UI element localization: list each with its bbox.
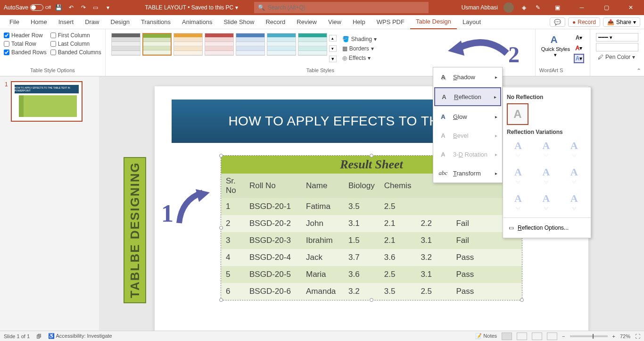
table-row[interactable]: 2BSGD-20-2John3.12.12.2Fail <box>221 215 522 232</box>
share-button[interactable]: 📤 Share ▾ <box>603 17 640 27</box>
table-cell[interactable]: Pass <box>451 249 487 266</box>
borders-button[interactable]: ▦ Borders ▾ <box>340 44 379 53</box>
refl-var-1[interactable]: AA <box>507 138 529 161</box>
reflection-options-button[interactable]: ▭ Reflection Options... <box>507 222 587 234</box>
text-effects-button[interactable]: A▾ <box>574 54 584 63</box>
tab-record[interactable]: Record <box>260 15 291 29</box>
pen-color-button[interactable]: 🖊 Pen Color ▾ <box>596 53 638 61</box>
close-icon[interactable]: ✕ <box>621 0 640 15</box>
table-cell[interactable]: 3.6 <box>380 249 416 266</box>
slide-thumbnail-1[interactable]: HOW TO APPLY EFFECTS TO THE TABLE TEXT I… <box>11 81 83 122</box>
minimize-icon[interactable]: ─ <box>572 0 591 15</box>
table-cell[interactable]: 1.5 <box>344 232 380 249</box>
table-cell[interactable] <box>451 198 487 215</box>
table-cell[interactable]: Amanda <box>301 283 344 300</box>
menu-glow[interactable]: A Glow▸ <box>433 107 502 126</box>
table-cell[interactable]: BSGD-20-4 <box>245 249 301 266</box>
no-reflection-option[interactable]: A <box>507 103 528 125</box>
search-input[interactable] <box>268 4 425 11</box>
table-cell[interactable]: 4 <box>221 249 245 266</box>
table-cell[interactable]: Fail <box>451 215 487 232</box>
style-thumb-1[interactable] <box>111 33 140 56</box>
table-cell[interactable]: Pass <box>451 266 487 283</box>
table-cell[interactable]: 2.1 <box>380 232 416 249</box>
slideshow-icon[interactable]: ▭ <box>91 3 100 12</box>
pen-style-select[interactable]: ━━━ ▾ <box>596 33 638 42</box>
user-name[interactable]: Usman Abbasi <box>462 4 498 11</box>
menu-reflection[interactable]: A Reflection▸ <box>434 87 501 106</box>
table-row[interactable]: 3BSGD-20-3Ibrahim1.52.13.1Fail <box>221 232 522 249</box>
style-thumb-3[interactable] <box>173 33 203 56</box>
table-cell[interactable]: 3.1 <box>416 232 451 249</box>
tab-draw[interactable]: Draw <box>79 15 105 29</box>
effects-button[interactable]: ◎ Effects ▾ <box>340 54 379 62</box>
maximize-icon[interactable]: ▢ <box>597 0 616 15</box>
table-cell[interactable]: 3.1 <box>416 266 451 283</box>
notes-button[interactable]: 📝 Notes <box>475 333 497 339</box>
table-cell[interactable]: Fatima <box>301 198 344 215</box>
table-cell[interactable]: 3.7 <box>344 249 380 266</box>
menu-shadow[interactable]: A Shadow▸ <box>433 67 502 86</box>
quick-styles-button[interactable]: A Quick Styles▾ <box>539 31 572 65</box>
table-cell[interactable] <box>487 266 522 283</box>
cb-first-column[interactable]: First Column <box>50 32 101 39</box>
style-gallery-open[interactable]: ▼ <box>329 56 337 62</box>
table-cell[interactable]: 2.5 <box>416 283 451 300</box>
table-cell[interactable]: 3 <box>221 232 245 249</box>
table-cell[interactable]: 2.2 <box>416 215 451 232</box>
text-fill-button[interactable]: A▾ <box>574 33 584 42</box>
style-thumb-5[interactable] <box>236 33 265 56</box>
table-cell[interactable]: BSGD-20-5 <box>245 266 301 283</box>
autosave-toggle[interactable]: AutoSave Off <box>4 4 51 11</box>
accessibility-status[interactable]: ♿ Accessibility: Investigate <box>48 333 112 339</box>
ribbon-display-icon[interactable]: ▣ <box>548 0 567 15</box>
pen-icon[interactable]: ✎ <box>534 3 542 12</box>
table-cell[interactable]: Fail <box>451 232 487 249</box>
style-scroll-up[interactable]: ▴ <box>329 35 337 42</box>
record-button[interactable]: ● Record <box>568 17 600 27</box>
qat-dropdown-icon[interactable]: ▾ <box>104 3 112 12</box>
tab-insert[interactable]: Insert <box>53 15 80 29</box>
table-cell[interactable]: 3.5 <box>344 198 380 215</box>
view-sorter[interactable] <box>517 333 527 340</box>
zoom-out[interactable]: − <box>562 333 565 339</box>
table-cell[interactable]: 6 <box>221 283 245 300</box>
tab-animations[interactable]: Animations <box>176 15 218 29</box>
cb-banded-rows[interactable]: Banded Rows <box>4 49 47 56</box>
text-outline-button[interactable]: A▾ <box>574 43 584 53</box>
style-thumb-6[interactable] <box>267 33 296 56</box>
table-cell[interactable]: 1 <box>221 198 245 215</box>
refl-var-7[interactable]: AA <box>507 191 529 214</box>
refl-var-8[interactable]: AA <box>535 191 557 214</box>
tab-view[interactable]: View <box>322 15 347 29</box>
lang-icon[interactable]: 🗐 <box>36 333 41 339</box>
table-cell[interactable]: 3.2 <box>344 283 380 300</box>
table-cell[interactable]: Ibrahim <box>301 232 344 249</box>
shading-button[interactable]: 🪣 Shading ▾ <box>340 35 379 43</box>
fit-to-window[interactable]: ⛶ <box>635 333 640 339</box>
table-cell[interactable]: Maria <box>301 266 344 283</box>
view-normal[interactable] <box>502 333 512 340</box>
table-row[interactable]: 5BSGD-20-5Maria3.62.53.1Pass <box>221 266 522 283</box>
slide-counter[interactable]: Slide 1 of 1 <box>4 333 30 339</box>
table-cell[interactable]: 2.5 <box>380 266 416 283</box>
tab-wpspdf[interactable]: WPS PDF <box>371 15 410 29</box>
table-cell[interactable]: 2.1 <box>380 215 416 232</box>
tab-home[interactable]: Home <box>25 15 53 29</box>
style-thumb-7[interactable] <box>298 33 327 56</box>
table-cell[interactable] <box>487 283 522 300</box>
search-bar[interactable]: 🔍 <box>254 2 429 13</box>
style-scroll-down[interactable]: ▾ <box>329 45 337 52</box>
refl-var-4[interactable]: AA <box>507 165 529 187</box>
table-cell[interactable]: BSGD-20-1 <box>245 198 301 215</box>
refl-var-2[interactable]: AA <box>535 138 557 161</box>
cb-header-row[interactable]: Header Row <box>4 32 47 39</box>
tab-review[interactable]: Review <box>291 15 322 29</box>
diamond-icon[interactable]: ◈ <box>520 3 528 12</box>
tab-tabledesign[interactable]: Table Design <box>410 15 457 29</box>
tab-transitions[interactable]: Transitions <box>135 15 176 29</box>
table-cell[interactable] <box>416 198 451 215</box>
tab-slideshow[interactable]: Slide Show <box>218 15 260 29</box>
table-row[interactable]: 1BSGD-20-1Fatima3.52.5 <box>221 198 522 215</box>
save-icon[interactable]: 💾 <box>55 3 63 12</box>
